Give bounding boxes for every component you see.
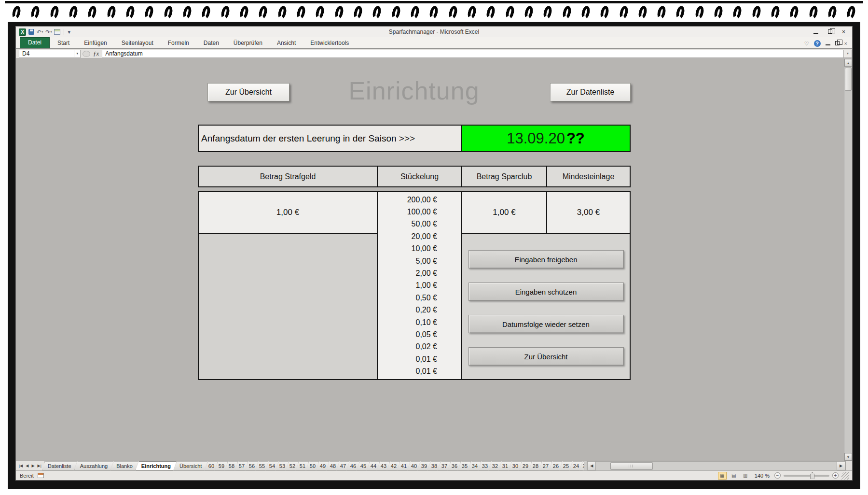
header-mindesteinlage: Mindesteinlage <box>547 167 630 186</box>
header-betrag-sparclub: Betrag Sparclub <box>462 167 546 186</box>
stueckelung-value: 0,10 € <box>378 319 461 326</box>
stueckelung-value: 0,05 € <box>378 331 461 339</box>
stueckelung-value: 100,00 € <box>378 208 461 216</box>
mindesteinlage-value-cell[interactable]: 3,00 € <box>547 192 630 233</box>
zoom-slider[interactable] <box>784 475 829 477</box>
ribbon-tab-row: DateiStartEinfügenSeitenlayoutFormelnDat… <box>16 37 852 49</box>
sheet-tab-blanko[interactable]: Blanko <box>110 461 138 470</box>
record-macro-icon[interactable] <box>38 473 44 478</box>
last-sheet-icon[interactable]: ▶| <box>37 464 42 468</box>
qat-customize-icon[interactable]: ▾ <box>68 29 70 35</box>
spiral-ring <box>30 5 41 20</box>
sheet-tabs: DatenlisteAuszahlungBlankoEinrichtungÜbe… <box>45 461 586 470</box>
qat-separator <box>64 29 64 35</box>
action-button-zur-uebersicht[interactable]: Zur Übersicht <box>468 347 624 366</box>
save-icon[interactable] <box>28 29 34 35</box>
ribbon-tab-ansicht[interactable]: Ansicht <box>270 38 303 48</box>
spiral-ring <box>637 5 648 20</box>
zur-uebersicht-top-button[interactable]: Zur Übersicht <box>207 83 289 101</box>
vertical-scroll-thumb[interactable] <box>845 68 852 91</box>
hscroll-left-icon[interactable]: ◀ <box>587 461 596 470</box>
view-page-layout-icon[interactable]: ▤ <box>730 472 738 480</box>
vertical-scrollbar[interactable]: ▲ ▼ <box>844 59 852 461</box>
zoom-level[interactable]: 140 % <box>755 473 770 479</box>
scroll-up-icon[interactable]: ▲ <box>844 59 852 67</box>
action-button-panel: Eingaben freigebenEingaben schützenDatum… <box>462 234 630 379</box>
horizontal-scrollbar[interactable] <box>596 461 837 470</box>
first-sheet-icon[interactable]: |◀ <box>18 464 24 468</box>
zoom-out-icon[interactable]: − <box>774 472 781 479</box>
ribbon-tab-ueberpruefen[interactable]: Überprüfen <box>227 38 269 48</box>
workbook-close-icon[interactable]: × <box>844 41 847 46</box>
notebook-page: X ↶▾ ↷▾ ▾ Sparfachmanager - Microsoft Ex… <box>0 0 868 495</box>
fx-icon[interactable]: ƒx <box>93 50 99 57</box>
minimize-button[interactable] <box>813 29 818 35</box>
spiral-ring <box>713 5 724 20</box>
ribbon-tab-einfuegen[interactable]: Einfügen <box>77 38 113 48</box>
spiral-ring <box>656 5 667 20</box>
anfangsdatum-row: Anfangsdatum der ersten Leerung in der S… <box>198 125 631 152</box>
zoom-in-icon[interactable]: + <box>832 472 839 479</box>
help-icon[interactable]: ? <box>814 40 821 47</box>
hscroll-right-icon[interactable]: ▶ <box>837 461 845 470</box>
ribbon-tab-seitenlayout[interactable]: Seitenlayout <box>115 38 160 48</box>
name-box-value: D4 <box>22 50 29 57</box>
close-button[interactable]: × <box>842 29 845 35</box>
spiral-ring <box>524 5 534 20</box>
tab-splitter-handle[interactable] <box>584 461 587 470</box>
name-box[interactable]: D4 ▾ <box>19 50 81 58</box>
action-button-eingaben-schuetzen[interactable]: Eingaben schützen <box>468 283 624 301</box>
spiral-ring <box>846 5 856 20</box>
spiral-ring <box>467 5 477 20</box>
stueckelung-value: 0,01 € <box>378 368 461 375</box>
redo-icon[interactable]: ↷▾ <box>45 29 52 35</box>
name-box-dropdown-icon[interactable]: ▾ <box>74 50 80 57</box>
horizontal-scroll-thumb[interactable] <box>610 462 653 470</box>
ribbon-tab-start[interactable]: Start <box>51 38 76 48</box>
table-body: 1,00 € 200,00 €100,00 €50,00 €20,00 €10,… <box>198 191 631 380</box>
sheet-tab-auszahlung[interactable]: Auszahlung <box>74 461 114 470</box>
next-sheet-icon[interactable]: ▶ <box>30 464 35 468</box>
sheet-tab-einrichtung[interactable]: Einrichtung <box>136 461 177 470</box>
print-preview-icon[interactable] <box>54 29 60 35</box>
anfangsdatum-cell[interactable]: 13.09.20 ?? <box>462 126 630 151</box>
spiral-ring <box>542 5 553 20</box>
status-ready-label: Bereit <box>20 473 34 479</box>
workbook-minimize-icon[interactable] <box>826 41 830 46</box>
restore-button[interactable] <box>828 29 832 35</box>
spiral-ring <box>296 5 306 20</box>
spiral-ring <box>561 5 572 20</box>
ribbon-tab-formeln[interactable]: Formeln <box>161 38 196 48</box>
scroll-down-icon[interactable]: ▼ <box>844 453 852 461</box>
ribbon-tab-entwicklertools[interactable]: Entwicklertools <box>303 38 356 48</box>
ribbon-tabs: DateiStartEinfügenSeitenlayoutFormelnDat… <box>16 37 356 48</box>
previous-sheet-icon[interactable]: ◀ <box>25 464 29 468</box>
formula-input[interactable]: Anfangsdatum <box>102 50 843 58</box>
zur-datenliste-button[interactable]: Zur Datenliste <box>550 83 631 101</box>
zoom-slider-thumb[interactable] <box>810 472 814 479</box>
empty-cell-area <box>199 234 377 379</box>
workbook-restore-icon[interactable] <box>835 41 840 46</box>
stueckelung-column: 200,00 €100,00 €50,00 €20,00 €10,00 €5,0… <box>378 192 461 379</box>
stueckelung-value: 200,00 € <box>378 196 461 204</box>
action-button-eingaben-freigeben[interactable]: Eingaben freigeben <box>468 250 624 269</box>
view-page-break-icon[interactable]: ▥ <box>741 472 750 480</box>
strafgeld-value-cell[interactable]: 1,00 € <box>199 192 377 233</box>
anfangsdatum-value: 13.09.20 <box>507 130 565 147</box>
header-stueckelung: Stückelung <box>378 167 461 186</box>
action-button-datumsfolge-wieder-setzen[interactable]: Datumsfolge wieder setzen <box>468 315 624 333</box>
sheet-tab-datenliste[interactable]: Datenliste <box>42 461 77 470</box>
status-bar: Bereit ▦ ▤ ▥ 140 % − + <box>16 470 852 480</box>
sparclub-value-cell[interactable]: 1,00 € <box>462 192 546 233</box>
excel-logo-icon: X <box>19 28 26 36</box>
undo-icon[interactable]: ↶▾ <box>37 29 43 35</box>
ribbon-tab-datei[interactable]: Datei <box>20 37 50 48</box>
ribbon-tab-daten[interactable]: Daten <box>197 38 226 48</box>
spiral-ring <box>239 5 249 20</box>
spiral-ring <box>315 5 325 20</box>
spiral-ring <box>163 5 173 20</box>
view-normal-icon[interactable]: ▦ <box>718 472 727 480</box>
sheet-tab-uebersicht[interactable]: Übersicht <box>174 461 207 470</box>
resize-grip <box>841 472 849 480</box>
formula-expand-icon[interactable]: ▾ <box>843 50 852 58</box>
